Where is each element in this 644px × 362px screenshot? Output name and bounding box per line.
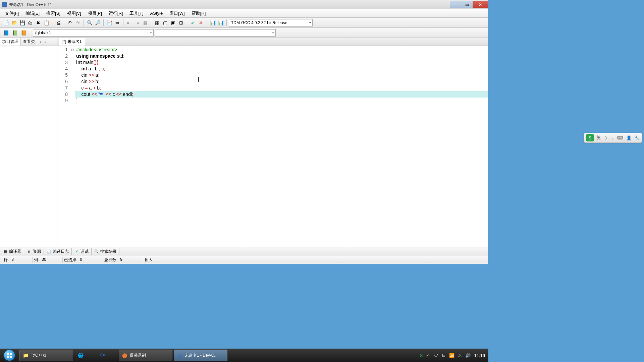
stop-button[interactable]: ✖ [197, 19, 205, 26]
compile-run-button[interactable]: ▣ [169, 19, 177, 26]
output-tab-compiler[interactable]: ▦编译器 [0, 248, 24, 255]
sidebar-tab-project[interactable]: 项目管理 [0, 38, 21, 46]
minimize-button[interactable]: — [450, 1, 461, 8]
ime-settings-icon[interactable]: 🔧 [634, 135, 640, 140]
ime-lang-button[interactable]: 英 [596, 135, 601, 141]
compile-button[interactable]: ▦ [153, 19, 161, 26]
scope-combo[interactable]: (globals) [33, 29, 154, 37]
line-gutter: 123456789 [57, 46, 70, 247]
run-button[interactable]: ▢ [161, 19, 169, 26]
goto-button[interactable]: ➡ [114, 19, 121, 26]
window-title: 未命名1 - Dev-C++ 5.11 [9, 2, 52, 8]
titlebar[interactable]: 未命名1 - Dev-C++ 5.11 — ▭ ✕ [0, 0, 488, 9]
goto-decl-button[interactable]: 📙 [20, 29, 27, 37]
redo-button[interactable]: ↷ [74, 19, 82, 26]
sidebar-body[interactable] [0, 46, 57, 247]
close-file-button[interactable]: ✖ [35, 19, 42, 26]
menu-view[interactable]: 视图[V] [64, 10, 85, 17]
menu-astyle[interactable]: AStyle [147, 10, 166, 16]
ie-icon: ⓔ [100, 352, 106, 358]
sidebar-nav-right[interactable]: ▸ [43, 38, 48, 46]
devcpp-icon: ▣ [177, 352, 183, 358]
bookmark-button[interactable]: 📑 [106, 19, 113, 26]
output-tab-search[interactable]: 🔍搜索结果 [92, 248, 119, 255]
status-col: 列:30 [33, 257, 63, 263]
output-tab-resource[interactable]: 🗎资源 [24, 248, 44, 255]
status-line: 行:8 [2, 257, 33, 263]
debug-button[interactable]: ✔ [189, 19, 197, 26]
save-button[interactable]: 💾 [18, 19, 26, 26]
rebuild-button[interactable]: ⊞ [177, 19, 185, 26]
menu-search[interactable]: 搜索[S] [43, 10, 64, 17]
fold-column[interactable]: ⊟ [70, 46, 75, 247]
code-editor[interactable]: 123456789 ⊟ #include<iostream>using name… [57, 46, 488, 247]
member-combo[interactable] [155, 29, 276, 37]
taskbar-clock[interactable]: 11:16 [474, 353, 485, 358]
delete-profile-button[interactable]: 📊 [217, 19, 224, 26]
taskbar-item-folder[interactable]: 📁F:\C++\3 [19, 350, 73, 361]
unindent-button[interactable]: ⇥ [133, 19, 141, 26]
tray-shield-icon[interactable]: 🛡 [434, 353, 438, 358]
menu-tools[interactable]: 工具[T] [126, 10, 147, 17]
tray-flag-icon[interactable]: 🏳 [426, 353, 430, 358]
editor-tab-1[interactable]: [*] 未命名1 [59, 38, 85, 46]
tray-volume-icon[interactable]: 🔊 [465, 353, 471, 358]
main-window: 未命名1 - Dev-C++ 5.11 — ▭ ✕ 文件[F] 编辑[E] 搜索… [0, 0, 488, 264]
ime-moon-icon[interactable]: ☽ [603, 135, 607, 140]
menu-help[interactable]: 帮助[H] [188, 10, 209, 17]
start-button[interactable] [0, 349, 19, 362]
sidebar-tab-class[interactable]: 查看类 [21, 38, 37, 46]
profile-button[interactable]: 📊 [209, 19, 216, 26]
close-button[interactable]: ✕ [473, 1, 488, 8]
menu-window[interactable]: 窗口[W] [166, 10, 188, 17]
tray-monitor-icon[interactable]: 🖥 [441, 353, 446, 358]
open-button[interactable]: 📂 [10, 19, 18, 26]
taskbar-item-browser[interactable]: 🌐 [74, 350, 95, 361]
save-as-button[interactable]: 📋 [43, 19, 50, 26]
record-icon: ⬤ [122, 352, 128, 358]
system-tray: S 🏳 🛡 🖥 📶 ⚠ 🔊 11:16 [420, 353, 488, 358]
maximize-button[interactable]: ▭ [461, 1, 473, 8]
output-tab-log[interactable]: 📊编译日志 [44, 248, 72, 255]
comment-button[interactable]: ▦ [142, 19, 149, 26]
new-class-button[interactable]: 📘 [2, 29, 10, 37]
undo-button[interactable]: ↶ [66, 19, 73, 26]
tray-notify-icon[interactable]: ⚠ [458, 353, 462, 358]
app-icon [2, 2, 7, 7]
ime-toolbar[interactable]: S 英 ☽ ， ⌨ 👤 🔧 [584, 133, 642, 143]
ime-keyboard-icon[interactable]: ⌨ [617, 135, 624, 140]
search-icon: 🔍 [94, 249, 99, 254]
main-toolbar: 📄 📂 💾 🗂 ✖ 📋 🖨 ↶ ↷ 🔍 🔎 📑 ➡ ⇤ ⇥ ▦ ▦ ▢ ▣ ⊞ … [0, 18, 488, 28]
find-button[interactable]: 🔍 [86, 19, 93, 26]
resource-icon: 🗎 [27, 249, 32, 254]
taskbar-item-devcpp[interactable]: ▣未命名1 - Dev-C... [174, 350, 227, 361]
sidebar-nav-left[interactable]: ◂ [37, 38, 43, 46]
taskbar: 📁F:\C++\3 🌐 ⓔ ⬤屏幕录制 ▣未命名1 - Dev-C... S 🏳… [0, 349, 488, 362]
replace-button[interactable]: 🔎 [94, 19, 101, 26]
taskbar-item-ie[interactable]: ⓔ [97, 350, 117, 361]
indent-button[interactable]: ⇤ [125, 19, 133, 26]
text-cursor-icon [198, 77, 199, 82]
ime-logo-icon[interactable]: S [586, 134, 594, 141]
menu-file[interactable]: 文件[F] [2, 10, 22, 17]
new-file-button[interactable]: 📄 [2, 19, 10, 26]
insert-button[interactable]: 📗 [11, 29, 18, 37]
output-tab-debug[interactable]: ✔调试 [72, 248, 92, 255]
globe-icon: 🌐 [77, 352, 84, 358]
log-icon: 📊 [47, 249, 51, 254]
sidebar: 项目管理 查看类 ◂ ▸ [0, 38, 57, 247]
status-sel: 已选择:0 [63, 257, 103, 263]
code-lines[interactable]: #include<iostream>using namespace std;in… [75, 46, 488, 247]
compiler-set-combo[interactable]: TDM-GCC 4.9.2 32-bit Release [229, 19, 313, 26]
menu-edit[interactable]: 编辑[E] [22, 10, 43, 17]
ime-punct-button[interactable]: ， [610, 135, 614, 141]
editor-area: [*] 未命名1 123456789 ⊟ #include<iostream>u… [57, 38, 488, 247]
ime-person-icon[interactable]: 👤 [626, 135, 632, 140]
taskbar-item-screenrec[interactable]: ⬤屏幕录制 [119, 350, 172, 361]
tray-ime-icon[interactable]: S [420, 353, 423, 358]
menu-run[interactable]: 运行[R] [105, 10, 126, 17]
tray-network-icon[interactable]: 📶 [449, 353, 454, 358]
menu-project[interactable]: 项目[P] [85, 10, 105, 17]
save-all-button[interactable]: 🗂 [26, 19, 34, 26]
print-button[interactable]: 🖨 [54, 19, 62, 26]
